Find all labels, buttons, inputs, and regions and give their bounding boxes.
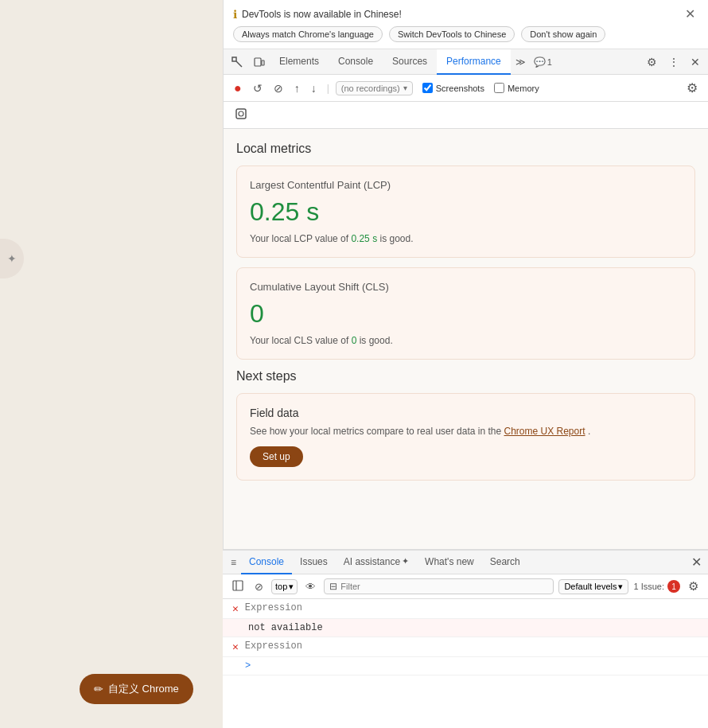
console-expression-1[interactable]: Expression <box>242 602 702 613</box>
issue-count-badge: 1 <box>667 580 680 593</box>
close-notification-button[interactable]: ✕ <box>682 6 698 21</box>
tab-sources[interactable]: Sources <box>383 49 437 75</box>
performance-toolbar: ● ↺ ⊘ ↑ ↓ | (no recordings) ▾ Screenshot… <box>224 75 708 102</box>
inspect-element-icon[interactable] <box>227 53 247 71</box>
bottom-tab-ai-assistance[interactable]: AI assistance ✦ <box>336 551 417 574</box>
dont-show-again-button[interactable]: Don't show again <box>521 26 605 42</box>
svg-line-1 <box>236 61 242 67</box>
pencil-icon: ✏ <box>94 683 103 695</box>
info-icon: ℹ <box>233 8 237 21</box>
cls-card: Cumulative Layout Shift (CLS) 0 Your loc… <box>236 267 695 360</box>
svg-rect-0 <box>232 57 236 61</box>
perf-settings-button[interactable]: ⚙ <box>683 78 702 98</box>
screenshots-checkbox[interactable] <box>422 83 433 93</box>
console-context-dropdown[interactable]: top ▾ <box>271 579 298 594</box>
switch-to-chinese-button[interactable]: Switch DevTools to Chinese <box>389 26 515 42</box>
lcp-description: Your local LCP value of 0.25 s is good. <box>250 233 682 244</box>
devtools-close-button[interactable]: ✕ <box>686 53 705 72</box>
more-tabs-button[interactable]: ≫ <box>511 53 531 71</box>
console-settings-button[interactable]: ⚙ <box>685 578 702 595</box>
issues-icon: 💬 <box>534 56 546 68</box>
console-expression-2[interactable]: Expression <box>242 640 702 652</box>
issues-count-badge: 1 <box>547 57 552 67</box>
svg-point-5 <box>239 111 243 116</box>
console-more-button[interactable]: ≡ <box>226 554 241 571</box>
svg-rect-4 <box>236 109 246 119</box>
devtools-top-tabs: Elements Console Sources Performance ≫ 💬… <box>224 49 708 75</box>
console-prompt: > <box>245 660 251 672</box>
always-match-language-button[interactable]: Always match Chrome's language <box>233 26 383 42</box>
notification-title: ℹ DevTools is now available in Chinese! … <box>233 6 698 21</box>
lcp-highlight: 0.25 s <box>351 233 377 244</box>
chrome-ux-report-link[interactable]: Chrome UX Report <box>504 426 585 437</box>
bottom-tab-search[interactable]: Search <box>482 551 528 574</box>
console-row-2: not available <box>223 619 708 637</box>
cls-highlight: 0 <box>352 335 357 346</box>
recordings-dropdown[interactable]: (no recordings) ▾ <box>336 81 413 95</box>
notification-buttons: Always match Chrome's language Switch De… <box>233 26 698 42</box>
console-row-close-2[interactable]: ✕ <box>229 640 242 653</box>
issue-badge: 1 Issue: 1 <box>633 580 680 593</box>
default-levels-label: Default levels <box>564 582 617 591</box>
recordings-arrow-icon: ▾ <box>403 84 407 92</box>
next-steps-title: Next steps <box>236 369 695 383</box>
default-levels-arrow: ▾ <box>618 582 623 592</box>
page-background: ✦ ✏ 自定义 Chrome <box>0 0 223 728</box>
ai-assistance-icon: ✦ <box>402 556 409 566</box>
console-sidebar-button[interactable] <box>229 578 247 595</box>
device-toolbar-icon[interactable] <box>249 53 270 71</box>
setup-button[interactable]: Set up <box>250 446 303 467</box>
tab-elements[interactable]: Elements <box>270 49 329 75</box>
tab-console[interactable]: Console <box>329 49 383 75</box>
console-eye-button[interactable]: 👁 <box>302 579 319 594</box>
screenshots-checkbox-label[interactable]: Screenshots <box>422 83 484 93</box>
recordings-placeholder: (no recordings) <box>341 84 400 93</box>
customize-chrome-label: 自定义 Chrome <box>108 682 179 696</box>
cpu-throttle-icon[interactable] <box>230 105 252 125</box>
field-data-description: See how your local metrics compare to re… <box>250 426 682 437</box>
cls-description: Your local CLS value of 0 is good. <box>250 335 682 346</box>
tab-performance[interactable]: Performance <box>437 49 511 75</box>
record-button[interactable]: ● <box>230 79 246 98</box>
screenshots-label-text: Screenshots <box>436 84 484 93</box>
svg-rect-3 <box>262 60 264 65</box>
lcp-card: Largest Contentful Paint (LCP) 0.25 s Yo… <box>236 165 695 258</box>
bottom-tab-console[interactable]: Console <box>241 551 292 574</box>
console-prompt-input[interactable] <box>251 660 702 672</box>
side-icon: ✦ <box>0 239 24 278</box>
filter-input[interactable] <box>340 582 548 591</box>
console-toolbar: ⊘ top ▾ 👁 ⊟ Default levels ▾ 1 Issue: 1 … <box>223 574 708 599</box>
issues-label: 1 Issue: <box>633 582 664 591</box>
top-label: top <box>275 582 287 591</box>
cls-value: 0 <box>250 299 682 329</box>
default-levels-dropdown[interactable]: Default levels ▾ <box>558 579 628 594</box>
dropdown-arrow-icon: ▾ <box>289 582 294 592</box>
customize-chrome-button[interactable]: ✏ 自定义 Chrome <box>80 674 193 704</box>
local-metrics-title: Local metrics <box>236 142 695 156</box>
console-row-3: ✕ Expression <box>223 637 708 657</box>
perf-checkboxes: Screenshots Memory <box>422 83 539 93</box>
lcp-title: Largest Contentful Paint (LCP) <box>250 179 682 191</box>
console-row-4: > <box>223 657 708 675</box>
memory-checkbox-label[interactable]: Memory <box>494 83 539 93</box>
console-row-close-1[interactable]: ✕ <box>229 602 242 615</box>
console-row-1: ✕ Expression <box>223 599 708 619</box>
capture-toolbar <box>224 102 708 129</box>
filter-icon: ⊟ <box>329 581 337 592</box>
bottom-tab-issues[interactable]: Issues <box>292 551 336 574</box>
console-content: ✕ Expression not available ✕ Expression … <box>223 599 708 728</box>
console-clear-button[interactable]: ⊘ <box>251 579 266 594</box>
tab-icon-buttons <box>227 53 270 71</box>
field-data-card: Field data See how your local metrics co… <box>236 393 695 481</box>
memory-checkbox[interactable] <box>494 83 504 93</box>
svg-rect-6 <box>233 581 243 590</box>
load-profile-button[interactable]: ↑ <box>290 80 304 97</box>
clear-recordings-button[interactable]: ⊘ <box>270 80 287 97</box>
reload-record-button[interactable]: ↺ <box>249 80 266 97</box>
console-close-button[interactable]: ✕ <box>688 553 705 571</box>
devtools-more-options-button[interactable]: ⋮ <box>663 53 684 72</box>
save-profile-button[interactable]: ↓ <box>307 80 321 97</box>
bottom-tab-whats-new[interactable]: What's new <box>417 551 482 574</box>
devtools-settings-button[interactable]: ⚙ <box>642 53 662 72</box>
cls-title: Cumulative Layout Shift (CLS) <box>250 281 682 293</box>
